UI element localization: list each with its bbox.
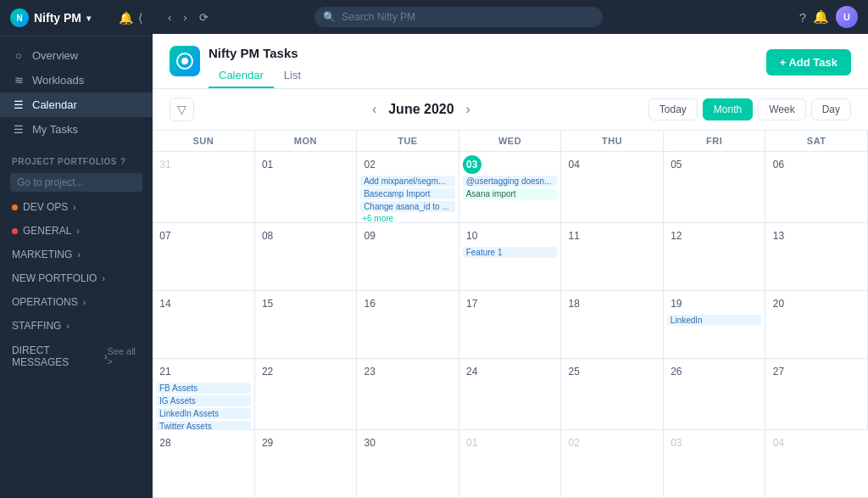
event-more[interactable]: +6 more: [360, 214, 455, 223]
calendar-cell[interactable]: 23: [357, 359, 459, 430]
sidebar-item-calendar[interactable]: ☰ Calendar: [0, 92, 153, 117]
day-number: 09: [360, 227, 379, 245]
day-number: 14: [156, 294, 175, 313]
calendar-controls: ▽ ‹ June 2020 › Today Month Week Day: [153, 89, 868, 131]
tab-calendar[interactable]: Calendar: [209, 64, 274, 88]
calendar-event[interactable]: Asana import: [463, 188, 558, 199]
calendar-cell[interactable]: 15: [255, 291, 358, 359]
sidebar-item-label: Calendar: [32, 98, 77, 111]
calendar-cell[interactable]: 13: [765, 223, 868, 291]
calendar-event[interactable]: FB Assets: [156, 383, 251, 394]
calendar-event[interactable]: Change asana_id to ...: [360, 201, 455, 212]
sidebar-item-general[interactable]: GENERAL › +: [0, 219, 153, 243]
calendar-cell[interactable]: 03: [664, 430, 766, 498]
sidebar-item-devops[interactable]: DEV OPS › +: [0, 195, 153, 219]
forward-button[interactable]: ›: [178, 8, 192, 27]
sidebar-item-overview[interactable]: ○ Overview: [0, 43, 153, 68]
search-wrap: 🔍: [314, 7, 603, 27]
calendar-event[interactable]: IG Assets: [156, 395, 251, 406]
notifications-icon[interactable]: 🔔: [119, 11, 133, 25]
calendar-cell[interactable]: 02: [561, 430, 664, 498]
calendar-cell[interactable]: 07: [153, 223, 255, 291]
calendar-cell[interactable]: 03@usertagging doesn...Asana import: [459, 152, 562, 223]
calendar-cell[interactable]: 20: [765, 291, 868, 359]
calendar-event[interactable]: Feature 1: [463, 247, 558, 258]
calendar-cell[interactable]: 04: [561, 152, 664, 223]
direct-messages-label[interactable]: DIRECT MESSAGES ›: [12, 344, 107, 368]
calendar-cell[interactable]: 18: [561, 291, 664, 359]
calendar-cell[interactable]: 01: [255, 152, 358, 223]
portfolio-label: STAFFING: [12, 320, 61, 332]
back-button[interactable]: ‹: [163, 8, 176, 27]
search-bar: 🔍: [314, 7, 603, 27]
day-number: 05: [667, 155, 686, 174]
calendar-cell[interactable]: 12: [664, 223, 766, 291]
calendar-cell[interactable]: 24: [459, 359, 562, 430]
calendar-cell[interactable]: 22: [255, 359, 358, 430]
calendar-cell[interactable]: 02Add mixpanel/segm...Basecamp ImportCha…: [357, 152, 459, 223]
calendar-cell[interactable]: 25: [561, 359, 664, 430]
sidebar-item-workloads[interactable]: ≋ Workloads: [0, 68, 153, 92]
calendar-cell[interactable]: 21FB AssetsIG AssetsLinkedIn AssetsTwitt…: [153, 359, 255, 430]
day-number: 20: [769, 294, 787, 313]
calendar-cell[interactable]: 05: [664, 152, 766, 223]
filter-button[interactable]: ▽: [170, 98, 194, 121]
avatar[interactable]: U: [836, 6, 858, 28]
day-view-button[interactable]: Day: [811, 98, 851, 120]
calendar-event[interactable]: Basecamp Import: [360, 188, 455, 199]
day-number: 03: [667, 434, 686, 452]
sidebar-item-operations[interactable]: OPERATIONS › +: [0, 290, 153, 314]
calendar-cell[interactable]: 26: [664, 359, 766, 430]
calendar-event[interactable]: LinkedIn: [667, 315, 762, 326]
history-button[interactable]: ⟳: [194, 8, 214, 27]
calendar-cell[interactable]: 04: [765, 430, 868, 498]
page-tabs: Calendar List: [209, 64, 311, 88]
page-title: Nifty PM Tasks: [209, 46, 311, 60]
sidebar-item-new-portfolio[interactable]: NEW PORTFOLIO › +: [0, 266, 153, 290]
calendar-cell[interactable]: 01: [459, 430, 562, 498]
day-number: 21: [156, 362, 175, 381]
calendar-cell[interactable]: 19LinkedIn: [664, 291, 766, 359]
workloads-icon: ≋: [12, 74, 25, 87]
next-month-button[interactable]: ›: [463, 102, 474, 117]
sidebar-item-my-tasks[interactable]: ☰ My Tasks: [0, 117, 153, 142]
calendar-cell[interactable]: 28: [153, 430, 255, 498]
sidebar-item-marketing[interactable]: MARKETING › +: [0, 243, 153, 266]
help-icon[interactable]: ?: [799, 10, 806, 25]
day-number: 18: [565, 294, 583, 313]
week-view-button[interactable]: Week: [758, 98, 805, 120]
search-input[interactable]: [314, 7, 603, 27]
calendar-cell[interactable]: 08: [255, 223, 358, 291]
calendar-cell[interactable]: 16: [357, 291, 459, 359]
calendar-event[interactable]: Add mixpanel/segm...: [360, 176, 455, 187]
sidebar-item-staffing[interactable]: STAFFING › +: [0, 314, 153, 338]
prev-month-button[interactable]: ‹: [369, 102, 380, 117]
calendar-cell[interactable]: 31: [153, 152, 255, 223]
calendar-cell[interactable]: 27: [765, 359, 868, 430]
portfolio-label: GENERAL: [23, 225, 71, 237]
calendar-cell[interactable]: 17: [459, 291, 562, 359]
calendar-cell[interactable]: 10Feature 1: [459, 223, 562, 291]
project-search-input[interactable]: [10, 173, 142, 192]
see-all-link[interactable]: See all >: [107, 346, 141, 367]
calendar-cell[interactable]: 29: [255, 430, 358, 498]
calendar-event[interactable]: LinkedIn Assets: [156, 408, 251, 419]
main-content: ‹ › ⟳ 🔍 ? 🔔 U: [153, 0, 868, 498]
collapse-sidebar-icon[interactable]: ⟨: [138, 11, 142, 25]
day-number: 07: [156, 227, 175, 245]
day-number: 27: [769, 362, 787, 381]
tab-list[interactable]: List: [274, 64, 311, 88]
calendar-cell[interactable]: 14: [153, 291, 255, 359]
calendar-cell[interactable]: 11: [561, 223, 664, 291]
add-task-button[interactable]: + Add Task: [766, 49, 851, 76]
calendar-cell[interactable]: 06: [765, 152, 868, 223]
notifications-icon[interactable]: 🔔: [813, 9, 829, 25]
day-number: 26: [667, 362, 686, 381]
app-logo[interactable]: N Nifty PM ▾: [10, 8, 91, 27]
calendar-cell[interactable]: 30: [357, 430, 459, 498]
calendar-cell[interactable]: 09: [357, 223, 459, 291]
calendar-event[interactable]: @usertagging doesn...: [463, 176, 558, 187]
month-view-button[interactable]: Month: [703, 98, 753, 120]
project-portfolios-section: PROJECT PORTFOLIOS ?: [0, 148, 153, 170]
today-button[interactable]: Today: [648, 98, 698, 120]
